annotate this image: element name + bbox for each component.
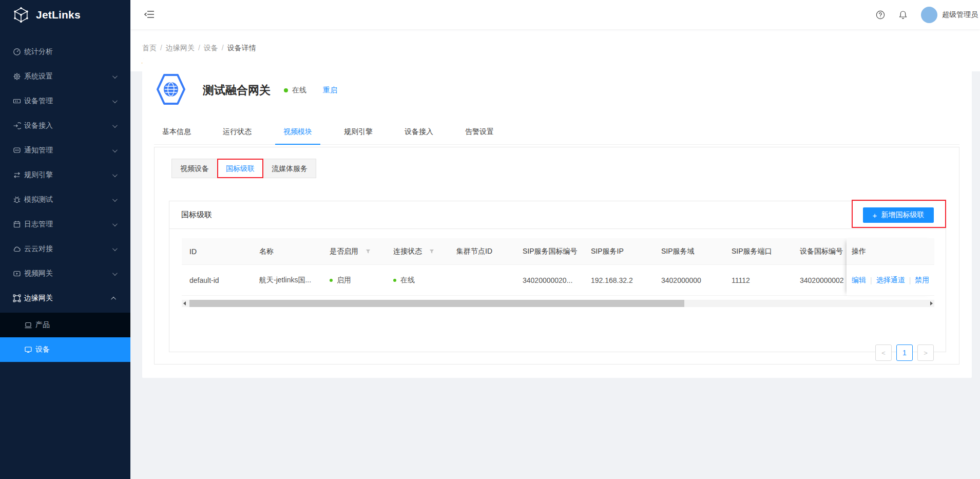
gb-cascade-title: 国标级联 <box>181 210 212 220</box>
edit-link[interactable]: 编辑 <box>852 276 866 285</box>
sidebar-item-statistics[interactable]: 统计分析 <box>0 42 130 62</box>
chevron-down-icon <box>112 123 118 128</box>
breadcrumb-separator: / <box>222 44 224 52</box>
subtab-gb-cascade[interactable]: 国标级联 <box>217 159 263 178</box>
chevron-down-icon <box>112 197 118 202</box>
bell-icon[interactable] <box>898 10 908 20</box>
column-header-connection: 连接状态 <box>386 238 449 264</box>
scroll-left-arrow-icon[interactable] <box>183 301 186 305</box>
bug-icon <box>13 196 21 204</box>
sidebar-item-device-access[interactable]: 设备接入 <box>0 116 130 136</box>
edge-gateway-submenu: 产品 设备 <box>0 313 130 362</box>
cell-sip-port: 11112 <box>724 265 792 295</box>
topbar: 超级管理员 <box>130 0 980 29</box>
tab-device-access[interactable]: 设备接入 <box>396 120 441 145</box>
app: JetLinks 统计分析 系统设置 设备管理 设备接入 <box>0 0 980 479</box>
tab-alarm-settings[interactable]: 告警设置 <box>457 120 502 145</box>
help-icon[interactable] <box>876 10 885 20</box>
logo: JetLinks <box>0 0 130 29</box>
chevron-down-icon <box>112 172 118 177</box>
device-hexagon-icon <box>157 73 185 108</box>
connection-status-label: 在线 <box>400 276 415 285</box>
column-header-name: 名称 <box>252 238 322 264</box>
rule-engine-icon <box>13 171 21 179</box>
horizontal-scrollbar[interactable] <box>182 300 934 307</box>
topbar-right: 超级管理员 <box>876 0 978 29</box>
monitor-icon <box>24 346 32 354</box>
disable-link[interactable]: 禁用 <box>915 276 929 285</box>
cell-sip-domain: 3402000000 <box>654 265 724 295</box>
column-header-sip-port: SIP服务端口 <box>724 238 792 264</box>
breadcrumb-device[interactable]: 设备 <box>204 44 218 52</box>
column-header-actions: 操作 <box>847 238 934 265</box>
device-header: 测试融合网关 在线 重启 <box>157 73 337 108</box>
menu-collapse-icon[interactable] <box>144 10 155 19</box>
cloud-icon <box>13 245 21 253</box>
add-gb-cascade-button[interactable]: + 新增国标级联 <box>863 207 934 223</box>
sidebar-item-cloud-connect[interactable]: 云云对接 <box>0 239 130 259</box>
sidebar-item-video-gateway[interactable]: 视频网关 <box>0 263 130 284</box>
device-manage-icon <box>13 97 21 105</box>
sidebar-item-system-settings[interactable]: 系统设置 <box>0 66 130 87</box>
sidebar-subitem-device[interactable]: 设备 <box>0 337 130 362</box>
action-separator: | <box>909 276 911 284</box>
sidebar-item-label: 视频网关 <box>24 269 53 278</box>
cell-id: default-id <box>182 265 252 295</box>
gear-icon <box>13 72 21 81</box>
video-subtabs: 视频设备 国标级联 流媒体服务 <box>172 159 316 178</box>
subtab-video-device[interactable]: 视频设备 <box>171 159 218 178</box>
sidebar-item-rule-engine[interactable]: 规则引擎 <box>0 165 130 185</box>
notification-icon <box>13 146 21 155</box>
column-header-cluster-node: 集群节点ID <box>449 238 515 264</box>
sidebar-item-notification[interactable]: 通知管理 <box>0 140 130 161</box>
column-header-sip-ip: SIP服务IP <box>583 238 654 264</box>
sidebar-item-label: 设备管理 <box>24 97 53 106</box>
sidebar-item-edge-gateway[interactable]: 边缘网关 <box>0 288 130 309</box>
username[interactable]: 超级管理员 <box>942 10 978 20</box>
device-tabs: 基本信息 运行状态 视频模块 规则引擎 设备接入 告警设置 <box>154 120 959 145</box>
pagination-page-1[interactable]: 1 <box>896 344 913 361</box>
sidebar-subitem-product[interactable]: 产品 <box>0 313 130 337</box>
scroll-right-arrow-icon[interactable] <box>930 301 933 305</box>
scrollbar-thumb[interactable] <box>189 300 684 307</box>
breadcrumb: 首页/边缘网关/设备/设备详情 <box>142 43 980 53</box>
pagination-next-button[interactable]: > <box>917 344 934 361</box>
sidebar-item-label: 云云对接 <box>24 244 53 254</box>
tab-basic-info[interactable]: 基本信息 <box>154 120 199 145</box>
sidebar-item-label: 系统设置 <box>24 72 53 81</box>
column-header-id: ID <box>182 238 252 264</box>
breadcrumb-home[interactable]: 首页 <box>142 44 157 52</box>
logo-text: JetLinks <box>36 9 81 21</box>
chevron-down-icon <box>112 73 118 79</box>
add-gb-cascade-label: 新增国标级联 <box>881 210 924 220</box>
breadcrumb-separator: / <box>160 44 162 52</box>
pagination-prev-button[interactable]: < <box>875 344 892 361</box>
chevron-down-icon <box>112 271 118 276</box>
column-header-enabled: 是否启用 <box>322 238 386 264</box>
device-status: 在线 <box>292 86 306 95</box>
gb-cascade-card-body: ID 名称 是否启用 连接状态 <box>169 229 946 307</box>
select-channel-link[interactable]: 选择通道 <box>876 276 905 285</box>
breadcrumb-edge-gateway[interactable]: 边缘网关 <box>166 44 195 52</box>
avatar[interactable] <box>921 7 937 23</box>
sidebar-item-device-manage[interactable]: 设备管理 <box>0 91 130 111</box>
tab-rule-engine[interactable]: 规则引擎 <box>336 120 381 145</box>
plus-icon: + <box>873 211 877 220</box>
restart-button[interactable]: 重启 <box>323 86 337 95</box>
sidebar-item-log-manage[interactable]: 日志管理 <box>0 214 130 235</box>
filter-icon[interactable] <box>429 249 434 254</box>
action-separator: | <box>870 276 872 284</box>
table-scroll-area: ID 名称 是否启用 连接状态 <box>182 238 934 296</box>
tab-running-state[interactable]: 运行状态 <box>215 120 260 145</box>
sidebar-item-label: 边缘网关 <box>24 294 53 303</box>
tab-video-module[interactable]: 视频模块 <box>275 120 320 145</box>
enabled-status-label: 启用 <box>337 276 351 285</box>
subtab-media-service[interactable]: 流媒体服务 <box>263 159 316 178</box>
filter-icon[interactable] <box>366 249 371 254</box>
sidebar-item-label: 规则引擎 <box>24 170 53 180</box>
sidebar-item-simulate-test[interactable]: 模拟测试 <box>0 189 130 210</box>
jetlinks-cube-icon <box>12 6 30 24</box>
chevron-down-icon <box>112 221 118 226</box>
cell-actions: 编辑 | 选择通道 | 禁用 <box>847 265 934 296</box>
cell-cluster-node <box>449 265 515 295</box>
